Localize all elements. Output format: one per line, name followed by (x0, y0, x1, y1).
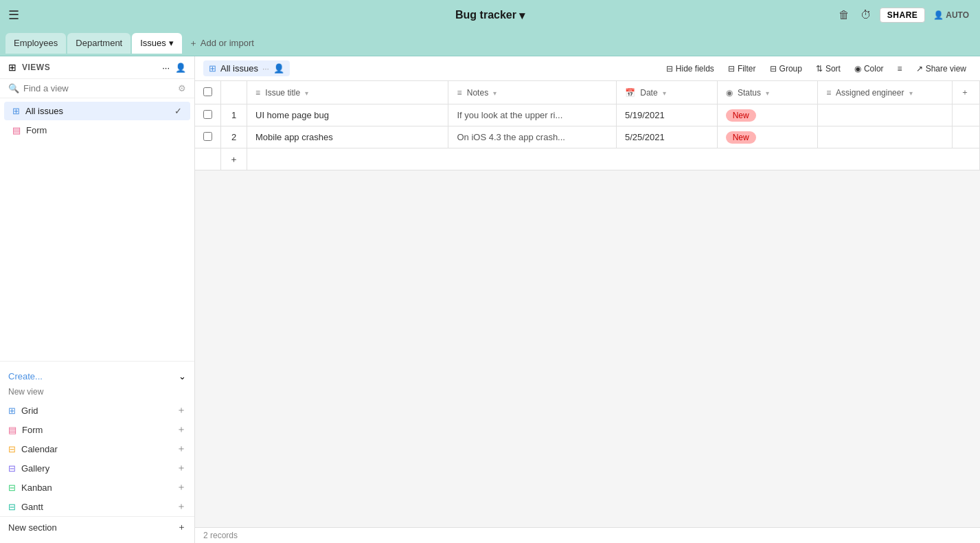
tab-issues[interactable]: Issues ▾ (132, 33, 182, 54)
app-title: Bug tracker ▾ (455, 9, 525, 22)
status-badge-new: New (726, 131, 756, 144)
kanban-icon: ⊟ (8, 483, 16, 493)
row-1-notes[interactable]: If you look at the upper ri... (448, 104, 617, 126)
create-item-gallery[interactable]: ⊟ Gallery ＋ (0, 458, 194, 478)
calendar-icon: ⊟ (8, 444, 16, 454)
add-or-import-button[interactable]: ＋ Add or import (183, 34, 260, 52)
table-header-row: ≡ Issue title ▾ ≡ Notes ▾ 📅 Date ▾ (195, 81, 980, 104)
sidebar-item-form[interactable]: ▤ Form (4, 121, 190, 140)
row-1-checkbox[interactable] (203, 110, 212, 119)
col-header-issue-title[interactable]: ≡ Issue title ▾ (247, 81, 448, 104)
sort-icon: ⇅ (816, 64, 823, 74)
tab-department[interactable]: Department (67, 33, 130, 54)
row-2-date[interactable]: 5/25/2021 (616, 126, 717, 148)
add-column-button[interactable]: ＋ (953, 81, 980, 104)
col-header-notes[interactable]: ≡ Notes ▾ (448, 81, 617, 104)
table-row: 2 Mobile app crashes On iOS 4.3 the app … (195, 126, 980, 148)
hamburger-icon[interactable]: ☰ (8, 8, 19, 23)
sidebar-item-label: Form (26, 125, 47, 135)
row-checkbox-col (195, 126, 221, 148)
status-col-icon: ◉ (726, 88, 733, 98)
create-label: Create... (8, 371, 43, 381)
filter-button[interactable]: ⊟ Filter (722, 61, 762, 76)
create-item-label: Kanban (21, 483, 52, 493)
gear-icon[interactable]: ⚙ (178, 83, 186, 93)
create-item-kanban[interactable]: ⊟ Kanban ＋ (0, 478, 194, 497)
tab-issues-arrow: ▾ (169, 38, 174, 48)
auto-button[interactable]: 👤 AUTO (931, 9, 972, 21)
col-header-engineer[interactable]: ≡ Assigned engineer ▾ (818, 81, 953, 104)
sort-button[interactable]: ⇅ Sort (810, 61, 846, 76)
ellipsis-icon[interactable]: ··· (262, 64, 269, 74)
create-item-label: Gantt (21, 502, 43, 512)
top-bar-right: 🗑 ⏱ SHARE 👤 AUTO (836, 8, 972, 23)
records-count: 2 records (203, 531, 238, 540)
sidebar-items-section: ⊞ All issues ✓ ▤ Form (0, 98, 194, 361)
create-item-form[interactable]: ▤ Form ＋ (0, 420, 194, 439)
row-2-checkbox[interactable] (203, 132, 212, 141)
group-button[interactable]: ⊟ Group (764, 61, 808, 76)
check-icon: ✓ (174, 106, 182, 116)
grid-icon: ⊞ (8, 62, 16, 73)
row-1-engineer[interactable] (818, 104, 953, 126)
add-row[interactable]: ＋ (195, 148, 980, 170)
add-calendar-icon[interactable]: ＋ (176, 443, 186, 455)
status-col-arrow: ▾ (766, 89, 769, 97)
share-view-button[interactable]: ↗ Share view (911, 61, 972, 76)
engineer-col-arrow: ▾ (909, 89, 913, 97)
grid-view-icon: ⊞ (12, 106, 20, 116)
add-section-icon[interactable]: ＋ (177, 521, 186, 533)
add-kanban-icon[interactable]: ＋ (176, 481, 186, 494)
top-bar: ☰ Bug tracker ▾ 🗑 ⏱ SHARE 👤 AUTO (0, 0, 980, 30)
tab-employees-label: Employees (14, 38, 58, 48)
add-row-cell[interactable] (247, 148, 980, 170)
engineer-col-icon: ≡ (826, 88, 831, 98)
ellipsis-icon[interactable]: ··· (162, 63, 170, 73)
title-dropdown-icon[interactable]: ▾ (519, 9, 525, 22)
history-button[interactable]: ⏱ (858, 8, 874, 23)
all-issues-view-btn[interactable]: ⊞ All issues ··· 👤 (203, 60, 290, 76)
notes-col-icon: ≡ (457, 88, 461, 98)
row-checkbox-col (195, 104, 221, 126)
col-header-date[interactable]: 📅 Date ▾ (616, 81, 717, 104)
add-gantt-icon[interactable]: ＋ (176, 500, 186, 513)
new-section-bar[interactable]: New section ＋ (0, 516, 194, 538)
search-input[interactable] (23, 83, 174, 93)
row-2-issue-title[interactable]: Mobile app crashes (247, 126, 448, 148)
notes-col-arrow: ▾ (493, 89, 497, 97)
tab-employees[interactable]: Employees (5, 33, 66, 54)
create-item-label: Gallery (21, 463, 49, 474)
date-col-icon: 📅 (625, 88, 635, 98)
create-section[interactable]: Create... ⌄ (0, 367, 194, 386)
share-view-icon: ↗ (916, 64, 923, 74)
row-2-engineer[interactable] (818, 126, 953, 148)
add-gallery-icon[interactable]: ＋ (176, 462, 186, 474)
row-2-notes[interactable]: On iOS 4.3 the app crash... (448, 126, 617, 148)
col-header-status[interactable]: ◉ Status ▾ (717, 81, 818, 104)
row-2-status[interactable]: New (717, 126, 818, 148)
share-button[interactable]: SHARE (880, 8, 926, 23)
trash-button[interactable]: 🗑 (836, 8, 852, 23)
sidebar-item-all-issues[interactable]: ⊞ All issues ✓ (4, 102, 190, 120)
create-item-gantt[interactable]: ⊟ Gantt ＋ (0, 497, 194, 516)
gallery-icon: ⊟ (8, 463, 16, 474)
tab-issues-label: Issues (140, 38, 166, 48)
row-1-status[interactable]: New (717, 104, 818, 126)
people-view-icon[interactable]: 👤 (273, 63, 284, 74)
add-row-plus[interactable]: ＋ (221, 148, 247, 170)
add-form-icon[interactable]: ＋ (176, 423, 186, 436)
create-item-calendar[interactable]: ⊟ Calendar ＋ (0, 439, 194, 458)
form-icon: ▤ (8, 425, 16, 435)
add-grid-icon[interactable]: ＋ (176, 404, 186, 417)
create-item-grid[interactable]: ⊞ Grid ＋ (0, 401, 194, 420)
people-icon[interactable]: 👤 (175, 63, 186, 73)
row-1-date[interactable]: 5/19/2021 (616, 104, 717, 126)
select-all-checkbox[interactable] (203, 87, 212, 96)
row-1-issue-title[interactable]: UI home page bug (247, 104, 448, 126)
hide-fields-button[interactable]: ⊟ Hide fields (661, 61, 720, 76)
rows-button[interactable]: ≡ (892, 61, 908, 76)
nav-tabs: Employees Department Issues ▾ ＋ Add or i… (0, 30, 980, 56)
views-label: VIEWS (22, 63, 50, 72)
color-button[interactable]: ◉ Color (849, 61, 889, 76)
grid-container: ≡ Issue title ▾ ≡ Notes ▾ 📅 Date ▾ (195, 81, 980, 527)
